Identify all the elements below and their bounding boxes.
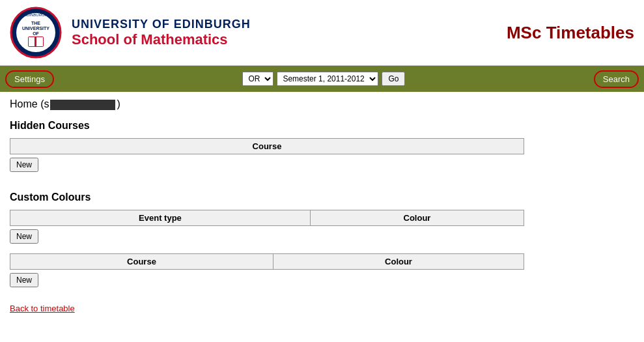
new-event-type-button[interactable]: New [10,229,38,244]
event-type-col2: Colour [310,210,524,226]
custom-colours-title: Custom Colours [10,192,634,203]
course-colour-col1: Course [10,254,273,270]
course-colour-table: Course Colour [10,253,524,270]
svg-rect-7 [36,37,43,46]
new-hidden-course-button[interactable]: New [10,158,38,172]
svg-text:EDINBURGH: EDINBURGH [24,13,48,17]
search-button[interactable]: Search [594,70,639,88]
username-box [50,100,115,110]
hidden-courses-title: Hidden Courses [10,120,634,132]
back-to-timetable-link[interactable]: Back to timetable [10,304,75,313]
svg-text:UNIVERSITY: UNIVERSITY [22,26,49,31]
or-select[interactable]: OR [242,72,273,86]
svg-text:THE: THE [31,21,40,25]
course-colour-col2: Colour [273,254,524,270]
event-type-table: Event type Colour [10,210,524,226]
svg-rect-6 [29,37,35,46]
new-course-colour-button[interactable]: New [10,273,38,287]
school-name: School of Mathematics [72,31,251,48]
svg-text:OF: OF [33,31,39,36]
go-button[interactable]: Go [382,72,405,86]
university-name: UNIVERSITY OF EDINBURGH [72,18,251,31]
event-type-col1: Event type [10,210,311,226]
hidden-courses-table: Course [10,138,524,154]
page-title: MSc Timetables [507,23,634,42]
semester-select[interactable]: Semester 1, 2011-2012 Semester 2, 2011-2… [277,72,378,86]
home-title: Home (s) [10,98,634,110]
settings-button[interactable]: Settings [5,70,54,88]
hidden-courses-col-course: Course [10,139,524,154]
